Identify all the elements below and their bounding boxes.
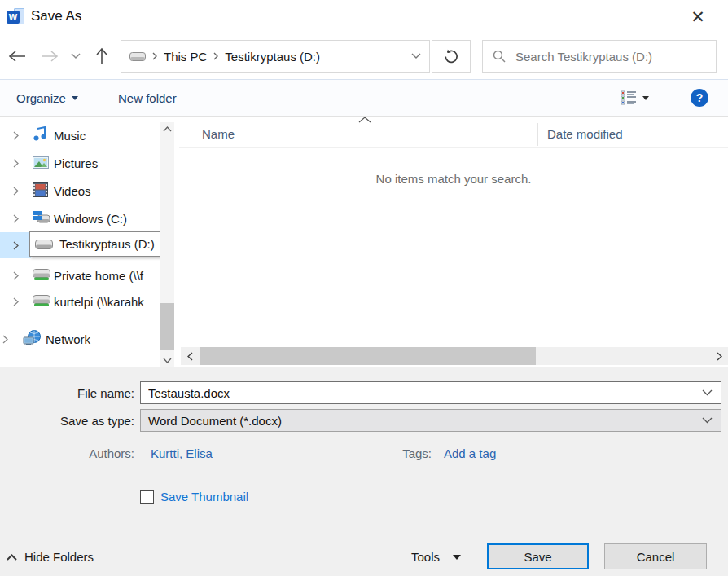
scroll-up-icon[interactable] <box>160 122 174 135</box>
file-name-dropdown-chevron-icon[interactable] <box>702 389 713 396</box>
command-toolbar: Organize New folder ? <box>0 79 728 117</box>
tools-menu-button[interactable]: Tools <box>411 550 461 564</box>
new-folder-label: New folder <box>118 91 177 105</box>
save-as-type-dropdown-chevron-icon <box>702 417 713 424</box>
hide-folders-button[interactable]: Hide Folders <box>7 550 94 564</box>
organize-menu-button[interactable]: Organize <box>16 80 78 116</box>
search-input[interactable] <box>515 50 706 64</box>
network-icon <box>23 330 41 346</box>
window-title: Save As <box>31 8 81 24</box>
breadcrumb-current-folder[interactable]: Testikryptaus (D:) <box>225 50 320 64</box>
system-drive-icon <box>33 211 50 225</box>
hide-folders-label: Hide Folders <box>24 550 94 564</box>
scroll-right-icon[interactable] <box>710 347 728 365</box>
dropdown-arrow-icon <box>72 96 78 100</box>
sort-ascending-icon <box>358 117 371 123</box>
breadcrumb-this-pc[interactable]: This PC <box>164 50 207 64</box>
scrollbar-thumb[interactable] <box>160 303 174 350</box>
expand-chevron-icon[interactable] <box>13 297 21 306</box>
expand-chevron-icon[interactable] <box>13 159 21 167</box>
sidebar-scrollbar[interactable] <box>160 122 174 367</box>
list-view-icon <box>621 90 637 105</box>
dropdown-arrow-icon <box>453 555 461 560</box>
column-separator[interactable] <box>537 123 538 146</box>
save-button[interactable]: Save <box>487 543 589 569</box>
bottom-panel: File name: Save as type: Word Document (… <box>0 367 728 576</box>
sidebar-item-testikryptaus-selected[interactable]: Testikryptaus (D:) <box>29 231 164 257</box>
save-thumbnail-label[interactable]: Save Thumbnail <box>160 490 248 503</box>
chevron-up-icon <box>7 554 17 561</box>
up-button[interactable] <box>91 46 112 67</box>
network-drive-icon <box>33 295 50 307</box>
expand-chevron-icon[interactable] <box>13 241 21 249</box>
refresh-button[interactable] <box>432 40 471 73</box>
save-as-type-label: Save as type: <box>0 414 134 428</box>
save-as-type-value: Word Document (*.docx) <box>148 414 282 428</box>
address-dropdown-chevron-icon[interactable] <box>411 53 421 59</box>
file-name-label: File name: <box>0 386 134 400</box>
list-horizontal-scrollbar[interactable] <box>181 347 728 365</box>
breadcrumb-chevron-icon <box>152 52 157 60</box>
search-box <box>482 40 717 73</box>
view-options-button[interactable] <box>621 80 649 116</box>
expand-chevron-icon[interactable] <box>13 271 21 279</box>
column-header-date-modified[interactable]: Date modified <box>547 127 623 141</box>
add-a-tag[interactable]: Add a tag <box>444 446 496 460</box>
address-bar[interactable]: This PC Testikryptaus (D:) <box>121 40 430 73</box>
music-icon <box>33 126 47 143</box>
expand-chevron-icon[interactable] <box>13 187 21 195</box>
tools-label: Tools <box>411 550 440 564</box>
organize-label: Organize <box>16 91 66 105</box>
new-folder-button[interactable]: New folder <box>118 80 177 116</box>
scroll-down-icon[interactable] <box>160 354 174 367</box>
expand-chevron-icon[interactable] <box>13 214 21 222</box>
close-icon[interactable]: ✕ <box>686 5 710 29</box>
dropdown-arrow-icon <box>642 96 649 100</box>
expand-chevron-icon[interactable] <box>2 335 11 343</box>
file-name-input[interactable] <box>141 386 702 400</box>
authors-value[interactable]: Kurtti, Elisa <box>151 446 213 460</box>
empty-list-message: No items match your search. <box>179 172 728 186</box>
recent-locations-chevron-icon[interactable] <box>65 46 86 67</box>
scrollbar-thumb[interactable] <box>200 347 536 365</box>
save-as-type-select[interactable]: Word Document (*.docx) <box>140 409 721 432</box>
cancel-button[interactable]: Cancel <box>604 543 707 569</box>
search-icon <box>493 50 506 63</box>
header-underline <box>179 147 728 148</box>
network-drive-icon <box>33 269 50 281</box>
column-header-name[interactable]: Name <box>202 127 235 141</box>
help-icon[interactable]: ? <box>691 89 708 107</box>
videos-icon <box>33 182 48 197</box>
file-name-field <box>140 381 721 404</box>
title-bar: W Save As ✕ <box>0 0 728 34</box>
main-area: Music Pictures Videos Windows (C:) Testi… <box>0 117 728 367</box>
breadcrumb-chevron-icon <box>213 52 218 60</box>
scroll-left-icon[interactable] <box>181 347 199 365</box>
drive-icon <box>35 240 53 249</box>
pictures-icon <box>33 156 49 169</box>
save-thumbnail-checkbox[interactable] <box>140 490 154 504</box>
back-button[interactable] <box>7 46 28 67</box>
forward-button[interactable] <box>39 46 60 67</box>
expand-chevron-icon[interactable] <box>13 131 21 139</box>
drive-icon <box>129 52 146 61</box>
authors-label: Authors: <box>0 446 134 460</box>
save-as-dialog: W Save As ✕ This PC Testikryptaus (D:) O… <box>0 0 728 576</box>
tags-label: Tags: <box>350 446 432 460</box>
word-app-icon: W <box>7 7 26 25</box>
